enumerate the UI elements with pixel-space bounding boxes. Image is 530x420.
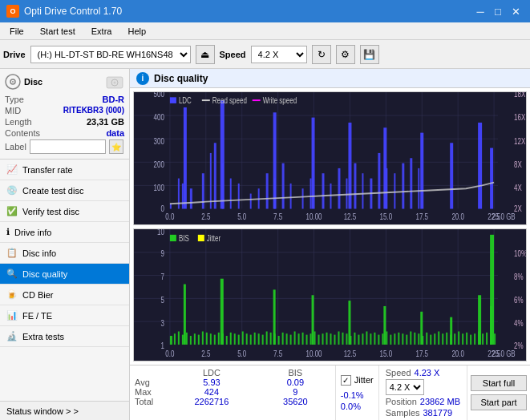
- max-bis: 9: [261, 387, 330, 397]
- sidebar-item-extra-tests[interactable]: 🔬 Extra tests: [0, 326, 129, 347]
- sidebar-item-drive-info[interactable]: ℹ Drive info: [0, 222, 129, 243]
- jitter-checkbox[interactable]: ✓: [341, 375, 351, 386]
- main-layout: Disc Type BD-R MID RITEKBR3 (000) Length…: [0, 69, 530, 420]
- svg-rect-163: [310, 333, 312, 345]
- sidebar-item-disc-info[interactable]: 📋 Disc info: [0, 243, 129, 264]
- status-window-button[interactable]: Status window > >: [0, 401, 129, 420]
- menu-help[interactable]: Help: [121, 25, 152, 38]
- settings-button[interactable]: ⚙: [336, 45, 355, 64]
- content-area: i Disc quality: [130, 69, 530, 420]
- type-label: Type: [5, 95, 24, 104]
- sidebar: Disc Type BD-R MID RITEKBR3 (000) Length…: [0, 69, 130, 420]
- svg-rect-82: [450, 143, 453, 208]
- disc-thumbnail: [105, 74, 124, 90]
- eject-button[interactable]: ⏏: [196, 45, 215, 64]
- sidebar-item-fe-te[interactable]: 📊 FE / TE: [0, 305, 129, 326]
- svg-rect-134: [194, 333, 196, 345]
- ldc-header: LDC: [163, 368, 261, 378]
- svg-rect-223: [198, 234, 204, 240]
- svg-rect-171: [342, 332, 343, 344]
- svg-rect-147: [246, 333, 248, 345]
- drive-label: Drive: [3, 50, 26, 59]
- svg-rect-56: [266, 173, 269, 208]
- svg-rect-138: [210, 333, 212, 345]
- svg-text:9: 9: [160, 248, 164, 258]
- svg-rect-186: [402, 333, 403, 345]
- start-part-button[interactable]: Start part: [471, 394, 527, 410]
- menu-extra[interactable]: Extra: [85, 25, 119, 38]
- create-test-disc-label: Create test disc: [22, 186, 83, 196]
- fe-te-icon: 📊: [6, 310, 18, 321]
- svg-text:Write speed: Write speed: [263, 96, 297, 105]
- svg-rect-75: [184, 107, 187, 209]
- speed-stat-label: Speed: [386, 368, 411, 378]
- speed-stat-select[interactable]: 4.2 X: [386, 379, 424, 395]
- app-icon: O: [6, 5, 19, 18]
- svg-rect-204: [474, 333, 475, 345]
- svg-text:6%: 6%: [514, 294, 524, 305]
- svg-rect-213: [312, 295, 314, 345]
- svg-rect-216: [420, 311, 423, 344]
- svg-text:LDC: LDC: [179, 96, 192, 105]
- svg-text:12X: 12X: [514, 137, 525, 146]
- sidebar-item-verify-test-disc[interactable]: ✅ Verify test disc: [0, 201, 129, 222]
- svg-rect-85: [170, 97, 176, 103]
- disc-info-icon: 📋: [6, 248, 18, 258]
- svg-rect-168: [330, 333, 332, 345]
- svg-rect-177: [366, 331, 367, 344]
- sidebar-item-disc-quality[interactable]: 🔍 Disc quality: [0, 264, 129, 285]
- svg-rect-148: [250, 334, 252, 344]
- svg-rect-182: [386, 331, 387, 344]
- svg-text:0.0: 0.0: [165, 213, 174, 222]
- svg-text:4X: 4X: [514, 184, 522, 192]
- svg-rect-218: [478, 295, 481, 345]
- svg-rect-76: [220, 100, 225, 208]
- svg-rect-160: [298, 333, 300, 345]
- label-button[interactable]: ⭐: [109, 139, 123, 154]
- cd-bier-label: CD Bier: [22, 290, 54, 300]
- menu-start-test[interactable]: Start test: [34, 25, 82, 38]
- close-button[interactable]: ✕: [508, 4, 524, 18]
- position-value: 23862 MB: [420, 397, 460, 406]
- svg-rect-50: [214, 143, 216, 208]
- svg-rect-211: [220, 278, 224, 344]
- svg-rect-157: [286, 333, 288, 345]
- label-input[interactable]: [30, 139, 106, 154]
- speed-select[interactable]: 4.2 X: [251, 46, 307, 63]
- svg-rect-64: [338, 168, 340, 209]
- samples-label: Samples: [386, 408, 420, 418]
- menu-file[interactable]: File: [3, 25, 30, 38]
- refresh-button[interactable]: ↻: [312, 45, 331, 64]
- label-label: Label: [5, 142, 26, 151]
- total-bis: 35620: [261, 397, 330, 406]
- svg-rect-184: [394, 333, 395, 345]
- svg-rect-129: [174, 333, 176, 345]
- sidebar-item-create-test-disc[interactable]: 💿 Create test disc: [0, 180, 129, 201]
- svg-rect-48: [202, 173, 204, 208]
- svg-rect-143: [230, 332, 232, 344]
- save-button[interactable]: 💾: [360, 45, 379, 64]
- charts-container: 100 200 300 400 0 500 2X 4X 8X 12X 16X 1…: [130, 88, 530, 365]
- svg-text:12.5: 12.5: [344, 213, 357, 222]
- avg-bis: 0.09: [261, 378, 330, 387]
- sidebar-item-transfer-rate[interactable]: 📈 Transfer rate: [0, 160, 129, 180]
- svg-rect-78: [312, 118, 315, 209]
- drive-select[interactable]: (H:) HL-DT-ST BD-RE WH16NS48 1.D3: [30, 46, 191, 63]
- sidebar-item-cd-bier[interactable]: 🍺 CD Bier: [0, 285, 129, 305]
- stats-table: LDC BIS Avg 5.93 0.09 Max 424: [130, 365, 335, 420]
- svg-text:100: 100: [154, 184, 164, 192]
- start-full-button[interactable]: Start full: [471, 375, 527, 391]
- svg-rect-179: [374, 332, 375, 344]
- disc-icon: [5, 74, 21, 90]
- svg-rect-62: [322, 173, 325, 208]
- svg-rect-181: [382, 333, 383, 345]
- svg-rect-54: [250, 194, 252, 209]
- svg-text:4%: 4%: [514, 317, 524, 328]
- svg-text:7.5: 7.5: [273, 348, 282, 358]
- svg-rect-144: [234, 333, 236, 345]
- disc-quality-header: i Disc quality: [130, 69, 530, 88]
- svg-rect-165: [318, 334, 320, 344]
- length-value: 23,31 GB: [87, 117, 124, 127]
- maximize-button[interactable]: □: [490, 4, 506, 18]
- minimize-button[interactable]: ─: [472, 4, 488, 18]
